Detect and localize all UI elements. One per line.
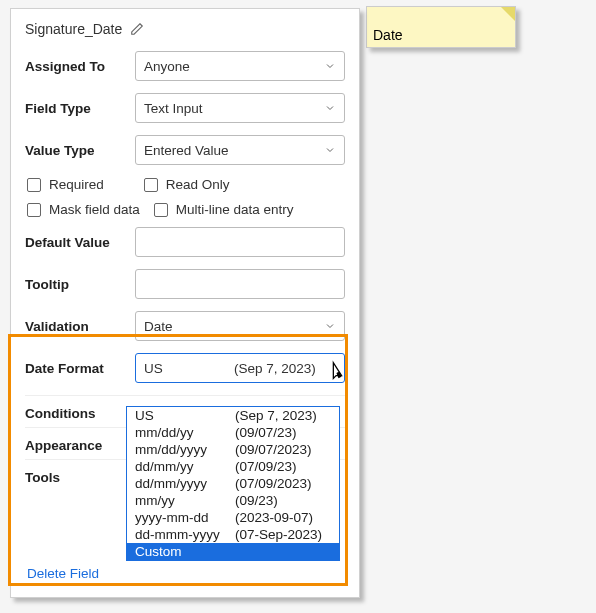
assigned-to-label: Assigned To: [25, 59, 135, 74]
date-format-option[interactable]: mm/yy(09/23): [127, 492, 339, 509]
date-format-option[interactable]: Custom: [127, 543, 339, 560]
assigned-to-select[interactable]: Anyone: [135, 51, 345, 81]
date-format-select[interactable]: US(Sep 7, 2023): [135, 353, 345, 383]
date-format-option[interactable]: dd-mmm-yyyy(07-Sep-2023): [127, 526, 339, 543]
default-value-label: Default Value: [25, 235, 135, 250]
field-type-select[interactable]: Text Input: [135, 93, 345, 123]
preview-label: Date: [373, 27, 403, 43]
tooltip-input[interactable]: [135, 269, 345, 299]
default-value-input[interactable]: [135, 227, 345, 257]
mask-checkbox[interactable]: Mask field data: [27, 202, 140, 217]
field-name: Signature_Date: [25, 21, 122, 37]
date-format-option[interactable]: yyyy-mm-dd(2023-09-07): [127, 509, 339, 526]
multiline-checkbox[interactable]: Multi-line data entry: [154, 202, 294, 217]
edit-name-icon[interactable]: [130, 22, 144, 36]
chevron-down-icon: [324, 144, 336, 156]
validation-select[interactable]: Date: [135, 311, 345, 341]
date-format-option[interactable]: mm/dd/yyyy(09/07/2023): [127, 441, 339, 458]
date-format-option[interactable]: mm/dd/yy(09/07/23): [127, 424, 339, 441]
cursor-icon: [326, 360, 348, 382]
date-format-option[interactable]: dd/mm/yyyy(07/09/2023): [127, 475, 339, 492]
date-format-label: Date Format: [25, 361, 135, 376]
required-checkbox[interactable]: Required: [27, 177, 104, 192]
chevron-down-icon: [324, 320, 336, 332]
value-type-label: Value Type: [25, 143, 135, 158]
chevron-down-icon: [324, 60, 336, 72]
validation-label: Validation: [25, 319, 135, 334]
readonly-checkbox[interactable]: Read Only: [144, 177, 230, 192]
field-preview: Date: [366, 6, 516, 48]
delete-field-link[interactable]: Delete Field: [27, 566, 99, 581]
date-format-option[interactable]: dd/mm/yy(07/09/23): [127, 458, 339, 475]
value-type-select[interactable]: Entered Value: [135, 135, 345, 165]
tooltip-label: Tooltip: [25, 277, 135, 292]
date-format-dropdown: US(Sep 7, 2023)mm/dd/yy(09/07/23)mm/dd/y…: [126, 406, 340, 561]
date-format-option[interactable]: US(Sep 7, 2023): [127, 407, 339, 424]
chevron-down-icon: [324, 102, 336, 114]
field-type-label: Field Type: [25, 101, 135, 116]
